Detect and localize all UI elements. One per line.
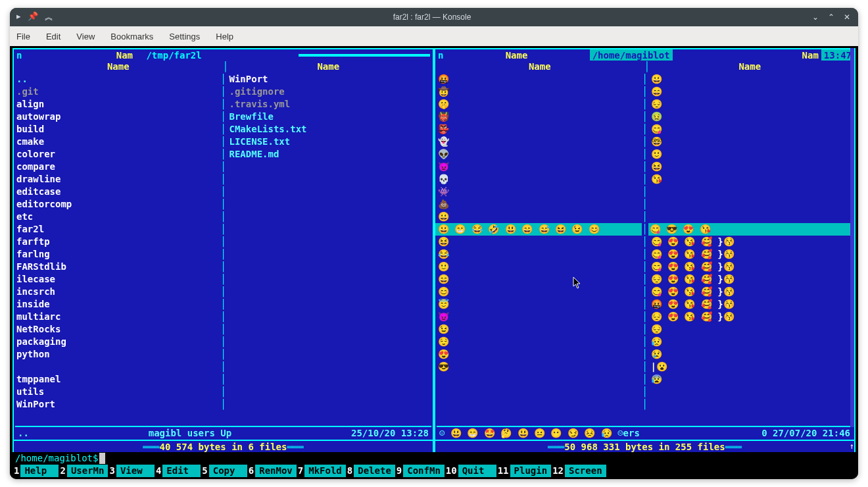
list-item[interactable]: 😇 (435, 298, 642, 311)
list-item[interactable]: autowrap (14, 111, 220, 123)
list-item[interactable]: 👻 (435, 136, 642, 148)
close-icon[interactable]: ✕ (844, 13, 850, 22)
left-panel[interactable]: Name │ Name ...gitalignautowrapbuildcmak… (12, 61, 434, 452)
list-item[interactable]: 😰 (648, 373, 855, 386)
right-panel[interactable]: Name │ Name 🤬🤠🤫👹👺👻👽👿💀👾💩😀😀 😁 😂 🤣 😃 😄 😅 😆 … (434, 61, 856, 452)
list-item[interactable]: 😋 😍 😘 🥰 }😚 (648, 248, 855, 261)
list-item[interactable]: 😆 (435, 236, 642, 248)
list-item[interactable]: Brewfile (227, 111, 433, 123)
list-item[interactable] (14, 361, 220, 373)
list-item[interactable]: python (14, 348, 220, 361)
list-item[interactable]: 😄 (435, 273, 642, 286)
list-item[interactable]: build (14, 123, 220, 136)
list-item[interactable]: 🤓 (648, 136, 855, 148)
list-item[interactable]: |😮 (648, 361, 855, 373)
list-item[interactable]: WinPort (14, 398, 220, 411)
list-item[interactable]: 😀 (435, 211, 642, 223)
list-item[interactable]: LICENSE.txt (227, 136, 433, 148)
list-item-selected[interactable]: 😀 😁 😂 🤣 😃 😄 😅 😆 😉 😊 (435, 223, 642, 236)
pin-icon[interactable]: 📌 (28, 11, 38, 23)
fkey-screen[interactable]: 12Screen (551, 465, 606, 477)
list-item[interactable]: 😊 (435, 286, 642, 298)
list-item[interactable]: 😋 😍 😘 🥰 }😚 (648, 261, 855, 273)
list-item[interactable]: 😆 (648, 161, 855, 173)
list-item[interactable]: 💩 (435, 198, 642, 211)
menu-edit[interactable]: Edit (46, 32, 60, 41)
list-item[interactable]: farlng (14, 248, 220, 261)
menu-settings[interactable]: Settings (169, 32, 200, 41)
right-column-1[interactable]: 🤬🤠🤫👹👺👻👽👿💀👾💩😀😀 😁 😂 🤣 😃 😄 😅 😆 😉 😊😆😂🙂😄😊😇😈😉😌… (435, 73, 642, 426)
menu-bookmarks[interactable]: Bookmarks (110, 32, 153, 41)
list-item[interactable]: tmppanel (14, 373, 220, 386)
fkey-usermn[interactable]: 2UserMn (59, 465, 108, 477)
menu-view[interactable]: View (76, 32, 95, 41)
list-item[interactable]: 💀 (435, 173, 642, 186)
list-item[interactable]: ilecase (14, 273, 220, 286)
chevron-up-icon[interactable]: ︽ (45, 11, 53, 23)
list-item[interactable]: cmake (14, 136, 220, 148)
right-column-2[interactable]: 😀😄😔🤢😋🤓🙂😆😘 😋 😎 😍 😘😋 😍 😘 🥰 }😚😋 😍 😘 🥰 }😚😋 😍… (648, 73, 855, 426)
list-item[interactable]: colorer (14, 148, 220, 161)
command-prompt[interactable]: /home/magiblot$ ↑ (12, 452, 856, 465)
list-item[interactable]: FARStdlib (14, 261, 220, 273)
list-item[interactable]: 🙂 (435, 261, 642, 273)
fkey-confmn[interactable]: 9ConfMn (395, 465, 445, 477)
list-item[interactable]: .. (14, 73, 220, 86)
list-item[interactable]: 😌 (435, 336, 642, 348)
fkey-renmov[interactable]: 6RenMov (247, 465, 297, 477)
list-item[interactable]: 🙂 (648, 148, 855, 161)
list-item[interactable]: 😢 (648, 348, 855, 361)
menu-help[interactable]: Help (216, 32, 233, 41)
right-path[interactable]: /home/magiblot (590, 49, 673, 61)
list-item[interactable]: 👹 (435, 111, 642, 123)
list-item[interactable]: CMakeLists.txt (227, 123, 433, 136)
list-item[interactable]: NetRocks (14, 323, 220, 336)
list-item[interactable]: 😍 (435, 348, 642, 361)
list-item[interactable]: 👽 (435, 148, 642, 161)
maximize-icon[interactable]: ⌃ (828, 13, 834, 22)
list-item[interactable]: 😂 (435, 248, 642, 261)
list-item[interactable]: 😈 (435, 311, 642, 323)
list-item[interactable]: align (14, 98, 220, 111)
fkey-copy[interactable]: 5Copy (201, 465, 247, 477)
list-item[interactable]: 👺 (435, 123, 642, 136)
list-item[interactable]: 👾 (435, 186, 642, 198)
fkey-view[interactable]: 3View (108, 465, 154, 477)
list-item[interactable]: 😉 (435, 323, 642, 336)
list-item[interactable]: multiarc (14, 311, 220, 323)
list-item[interactable]: 👿 (435, 161, 642, 173)
list-item[interactable]: farftp (14, 236, 220, 248)
list-item[interactable]: drawline (14, 173, 220, 186)
minimize-icon[interactable]: ⌄ (812, 13, 819, 22)
list-item[interactable]: 😋 (648, 123, 855, 136)
terminal-area[interactable]: n Nam /tmp/far2l n Name /home/magiblot N… (10, 46, 858, 479)
list-item[interactable]: 🤠 (435, 86, 642, 98)
left-column-1[interactable]: ...gitalignautowrapbuildcmakecolorercomp… (14, 73, 220, 426)
fkey-delete[interactable]: 8Delete (346, 465, 395, 477)
list-item[interactable]: 😀 (648, 73, 855, 86)
list-item[interactable]: far2l (14, 223, 220, 236)
list-item[interactable]: .travis.yml (227, 98, 433, 111)
fkey-help[interactable]: 1Help (12, 465, 59, 477)
list-item[interactable]: 🤬 (435, 73, 642, 86)
list-item[interactable]: utils (14, 386, 220, 398)
list-item[interactable]: 😋 😍 😘 🥰 }😚 (648, 236, 855, 248)
menu-file[interactable]: File (16, 32, 30, 41)
fkey-quit[interactable]: 10Quit (445, 465, 496, 477)
fkey-plugin[interactable]: 11Plugin (496, 465, 551, 477)
scrollbar[interactable] (850, 48, 854, 427)
list-item[interactable]: incsrch (14, 286, 220, 298)
list-item[interactable]: .git (14, 86, 220, 98)
list-item[interactable]: WinPort (227, 73, 433, 86)
list-item[interactable]: 😔 (648, 98, 855, 111)
list-item[interactable]: 😋 😍 😘 🥰 }😚 (648, 286, 855, 298)
list-item[interactable]: 🤬 😍 😘 🥰 }😚 (648, 298, 855, 311)
list-item-selected[interactable]: 😋 😎 😍 😘 (648, 223, 855, 236)
list-item[interactable]: 🤫 (435, 98, 642, 111)
list-item[interactable]: 😎 (435, 361, 642, 373)
list-item[interactable]: etc (14, 211, 220, 223)
fkey-edit[interactable]: 4Edit (155, 465, 201, 477)
list-item[interactable]: 😥 (648, 336, 855, 348)
fkey-mkfold[interactable]: 7MkFold (297, 465, 346, 477)
list-item[interactable]: .gitignore (227, 86, 433, 98)
